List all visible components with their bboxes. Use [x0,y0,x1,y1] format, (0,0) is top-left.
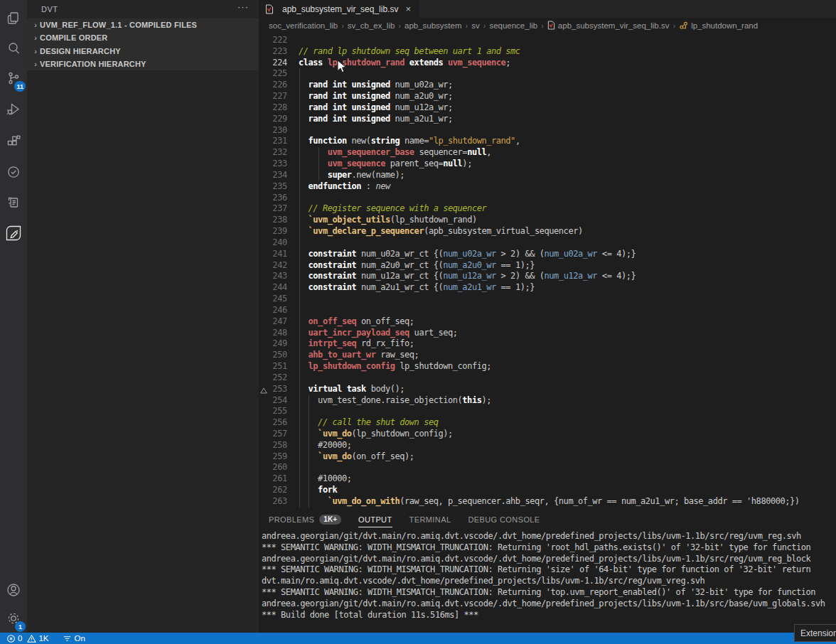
panel-tab-label: OUTPUT [358,515,392,524]
settings-gear-icon[interactable]: 1 [0,604,27,633]
search-icon[interactable] [0,34,27,63]
code-text: virtual task body(); [287,384,404,395]
dvt-status-toggle[interactable]: On [59,633,88,644]
code-line-256[interactable]: 256 // call the shut down seq [259,417,836,429]
code-line-246[interactable]: 246 [259,305,836,316]
code-line-229[interactable]: 229 rand int unsigned num_a2u1_wr; [259,114,836,125]
breadcrumb-item[interactable]: apb_subsystem_vir_seq_lib.sv [547,21,670,30]
sidebar-item-compile-order[interactable]: ›COMPILE ORDER [27,31,259,44]
files-icon[interactable] [0,4,27,33]
code-line-232[interactable]: 232 uvm_sequencer_base sequencer=null, [259,147,836,159]
line-number: 263 [259,496,287,508]
source-control-icon[interactable]: 11 [0,64,27,92]
tab-close-icon[interactable]: × [404,4,412,14]
line-number: 247 [259,316,287,328]
line-number: 234 [259,170,287,181]
breadcrumb-item[interactable]: soc_verification_lib [269,21,338,30]
code-line-225[interactable]: 225 [259,68,836,80]
breadcrumb-label: lp_shutdown_rand [691,21,758,30]
code-line-244[interactable]: 244 constraint num_a2u1_wr_ct {(num_a2u1… [259,282,836,294]
code-line-258[interactable]: 258 #20000; [259,440,836,451]
code-line-223[interactable]: 223// rand lp shutdown seq between uart … [259,46,836,58]
code-text: `uvm_do(on_off_seq); [287,451,414,463]
code-line-259[interactable]: 259 `uvm_do(on_off_seq); [259,451,836,463]
code-line-230[interactable]: 230 [259,125,836,136]
code-line-255[interactable]: 255 [259,406,836,417]
code-line-249[interactable]: 249 intrpt_seq rd_rx_fifo; [259,338,836,350]
report-icon[interactable] [0,188,27,217]
code-line-239[interactable]: 239 `uvm_declare_p_sequencer(apb_subsyst… [259,226,836,237]
code-line-250[interactable]: 250 ahb_to_uart_wr raw_seq; [259,350,836,361]
panel-tab-problems[interactable]: PROBLEMS1K+ [269,509,341,530]
extensions-icon[interactable] [0,127,27,156]
chevron-right-icon[interactable]: › [31,33,40,42]
code-text: function new(string name="lp_shutdown_ra… [287,136,520,147]
breadcrumb-separator: › [341,21,344,30]
tab-apb-subsystem-vir-seq-lib[interactable]: apb_subsystem_vir_seq_lib.sv × [259,0,419,18]
dvt-pencil-icon[interactable] [0,219,27,247]
line-number: 254 [259,395,287,407]
code-line-252[interactable]: 252 [259,372,836,384]
code-line-227[interactable]: 227 rand int unsigned num_a2u0_wr; [259,91,836,102]
code-line-263[interactable]: 263 `uvm_do_on_with(raw_seq, p_sequencer… [259,496,836,508]
code-line-235[interactable]: 235 endfunction : new [259,181,836,193]
settings-badge: 1 [15,621,26,632]
sidebar-title: DVT [41,5,58,14]
class-symbol-icon [679,21,688,30]
code-line-228[interactable]: 228 rand int unsigned num_u12a_wr; [259,102,836,114]
code-line-226[interactable]: 226 rand int unsigned num_u02a_wr; [259,80,836,91]
code-line-222[interactable]: 222 [259,35,836,46]
sidebar-menu-button[interactable]: ··· [237,1,249,12]
chevron-right-icon[interactable]: › [31,60,40,68]
code-line-236[interactable]: 236 [259,193,836,204]
code-line-243[interactable]: 243 constraint num_u12a_wr_ct {(num_u12a… [259,271,836,282]
breadcrumb-item[interactable]: sv_cb_ex_lib [348,21,395,30]
code-line-248[interactable]: 248 uart_incr_payload_seq uart_seq; [259,328,836,339]
panel-tab-terminal[interactable]: TERMINAL [409,509,451,530]
code-line-257[interactable]: 257 `uvm_do(lp_shutdown_config); [259,429,836,440]
code-line-237[interactable]: 237 // Register sequence with a sequence… [259,203,836,215]
code-line-261[interactable]: 261 #10000; [259,473,836,485]
code-line-251[interactable]: 251 lp_shutdown_config lp_shutdown_confi… [259,361,836,372]
code-line-238[interactable]: 238 `uvm_object_utils(lp_shutdown_rand) [259,215,836,226]
line-number: 233 [259,159,287,170]
code-line-224[interactable]: 224class lp_shutdown_rand extends uvm_se… [259,58,836,69]
panel-tab-output[interactable]: OUTPUT [358,509,392,530]
code-text [287,406,299,417]
code-text: rand int unsigned num_u02a_wr; [287,80,453,91]
warning-count: 1K [38,634,48,643]
seal-check-icon[interactable] [0,158,27,186]
code-text: `uvm_object_utils(lp_shutdown_rand) [287,215,477,226]
code-line-253[interactable]: 253 virtual task body(); [259,384,836,395]
code-line-262[interactable]: 262 fork [259,485,836,496]
sidebar-item-verification-hierarchy[interactable]: ›VERIFICATION HIERARCHY [27,58,259,70]
code-text: // rand lp shutdown seq between uart 1 a… [287,46,520,58]
code-line-231[interactable]: 231 function new(string name="lp_shutdow… [259,136,836,147]
breadcrumb-item[interactable]: sequence_lib [489,21,537,30]
code-line-240[interactable]: 240 [259,237,836,249]
code-line-241[interactable]: 241 constraint num_u02a_wr_ct {(num_u02a… [259,249,836,260]
line-number: 229 [259,114,287,125]
chevron-right-icon[interactable]: › [31,47,40,55]
line-number: 228 [259,102,287,114]
code-line-233[interactable]: 233 uvm_sequence parent_seq=null); [259,159,836,170]
breadcrumb-item[interactable]: sv [471,21,480,30]
chevron-right-icon[interactable]: › [31,21,40,29]
code-line-242[interactable]: 242 constraint num_a2u0_wr_ct {(num_a2u0… [259,260,836,272]
code-line-234[interactable]: 234 super.new(name); [259,170,836,181]
code-line-260[interactable]: 260 [259,462,836,473]
account-icon[interactable] [0,576,27,604]
code-area[interactable]: 222223// rand lp shutdown seq between ua… [259,33,836,509]
run-debug-icon[interactable] [0,95,27,124]
extension-toast[interactable]: Extension [794,624,836,642]
output-log[interactable]: andreea.georgian/git/dvt.main/ro.amiq.dv… [262,531,836,621]
breadcrumb-item[interactable]: lp_shutdown_rand [679,21,758,30]
code-line-245[interactable]: 245 [259,294,836,305]
problems-status[interactable]: 0 1K [3,633,52,644]
panel-tab-debug-console[interactable]: DEBUG CONSOLE [468,509,540,530]
code-line-254[interactable]: 254 uvm_test_done.raise_objection(this); [259,395,836,407]
sidebar-item-design-hierarchy[interactable]: ›DESIGN HIERARCHY [27,45,259,58]
breadcrumb-item[interactable]: apb_subsystem [404,21,462,30]
code-line-247[interactable]: 247 on_off_seq on_off_seq; [259,316,836,328]
sidebar-item-uvm-ref-flow-1-1-compiled-files[interactable]: ›UVM_REF_FLOW_1.1 - COMPILED FILES [27,18,259,31]
